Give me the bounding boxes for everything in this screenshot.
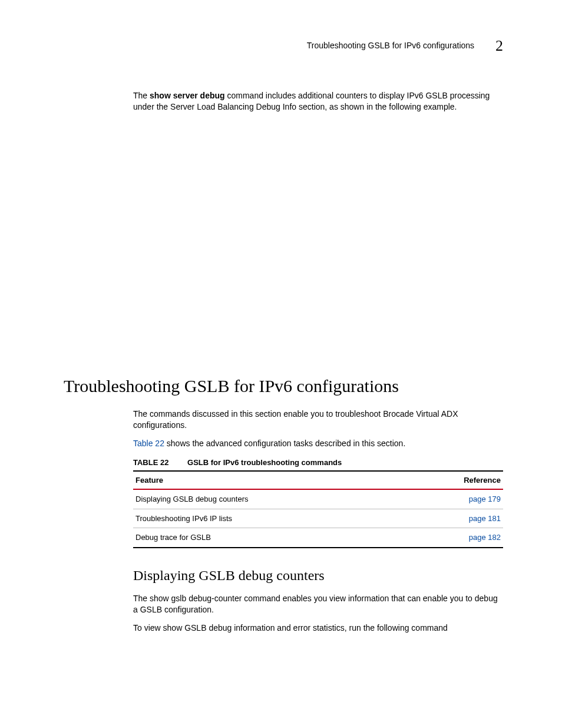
page-link[interactable]: page 181 bbox=[469, 514, 501, 523]
column-header-reference: Reference bbox=[406, 471, 503, 490]
table-row: Debug trace for GSLB page 182 bbox=[133, 528, 503, 548]
vertical-spacer bbox=[64, 121, 503, 374]
feature-cell: Troubleshooting IPv6 IP lists bbox=[133, 509, 406, 528]
subsection-paragraph-2: To view show GSLB debug information and … bbox=[133, 622, 503, 634]
running-header-title: Troubleshooting GSLB for IPv6 configurat… bbox=[307, 40, 474, 51]
section-body: The commands discussed in this section e… bbox=[133, 409, 503, 633]
page-link[interactable]: page 182 bbox=[469, 533, 501, 542]
table-cross-reference-link[interactable]: Table 22 bbox=[133, 439, 164, 448]
intro-paragraph: The show server debug command includes a… bbox=[133, 90, 503, 113]
intro-paragraph-block: The show server debug command includes a… bbox=[133, 90, 503, 113]
table-row: Troubleshooting IPv6 IP lists page 181 bbox=[133, 509, 503, 528]
table-label: TABLE 22 bbox=[133, 458, 168, 467]
intro-text-pre: The bbox=[133, 91, 150, 100]
reference-cell: page 179 bbox=[406, 489, 503, 509]
column-header-feature: Feature bbox=[133, 471, 406, 490]
command-name: show server debug bbox=[150, 91, 225, 100]
running-header: Troubleshooting GSLB for IPv6 configurat… bbox=[64, 35, 503, 56]
table-row: Displaying GSLB debug counters page 179 bbox=[133, 489, 503, 509]
reference-cell: page 182 bbox=[406, 528, 503, 548]
feature-cell: Debug trace for GSLB bbox=[133, 528, 406, 548]
table-caption: TABLE 22 GSLB for IPv6 troubleshooting c… bbox=[133, 457, 503, 468]
section-paragraph-2-rest: shows the advanced configuration tasks d… bbox=[164, 439, 405, 448]
sub-p1-pre: The bbox=[133, 594, 150, 603]
troubleshooting-commands-table: Feature Reference Displaying GSLB debug … bbox=[133, 470, 503, 548]
section-heading-h1: Troubleshooting GSLB for IPv6 configurat… bbox=[64, 374, 503, 398]
subsection-heading-h2: Displaying GSLB debug counters bbox=[133, 566, 503, 585]
table-header-row: Feature Reference bbox=[133, 471, 503, 490]
reference-cell: page 181 bbox=[406, 509, 503, 528]
subsection-paragraph-1: The show gslb debug-counter command enab… bbox=[133, 593, 503, 615]
section-paragraph-1: The commands discussed in this section e… bbox=[133, 409, 503, 431]
document-page: Troubleshooting GSLB for IPv6 configurat… bbox=[0, 0, 562, 728]
command-name: show gslb debug-counter bbox=[150, 594, 242, 603]
page-link[interactable]: page 179 bbox=[469, 495, 501, 503]
chapter-number: 2 bbox=[495, 35, 503, 56]
section-paragraph-2: Table 22 shows the advanced configuratio… bbox=[133, 438, 503, 449]
table-title: GSLB for IPv6 troubleshooting commands bbox=[187, 458, 342, 467]
feature-cell: Displaying GSLB debug counters bbox=[133, 489, 406, 509]
